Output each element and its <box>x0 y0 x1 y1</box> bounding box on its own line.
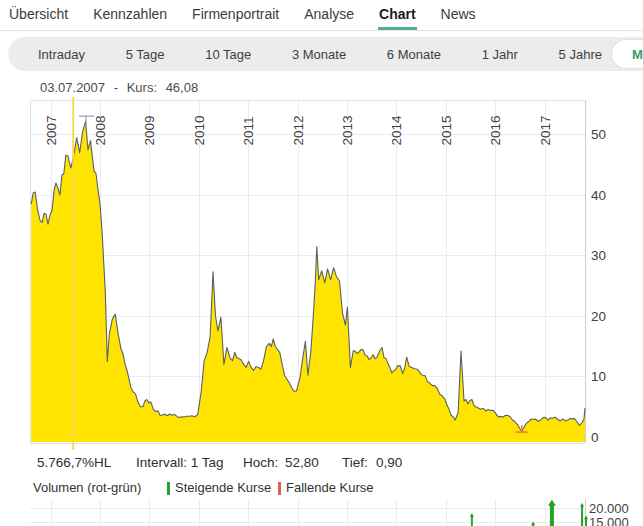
crosshair-readout: 03.07.2007 - Kurs: 46,08 <box>40 80 203 95</box>
price-tick-label: 20 <box>591 309 606 324</box>
price-tick-label: 40 <box>591 188 606 203</box>
top-navigation: ÜbersichtKennzahlenFirmenportraitAnalyse… <box>0 0 643 31</box>
nav-tab-analyse[interactable]: Analyse <box>303 0 355 30</box>
year-tick-label: 2014 <box>389 115 404 146</box>
stat-low-label: Tief: <box>342 455 368 470</box>
price-tick-label: 10 <box>591 369 606 384</box>
nav-tab-firmenportrait[interactable]: Firmenportrait <box>191 0 280 30</box>
stat-high-label: Hoch: <box>243 455 278 470</box>
readout-kurs-label: Kurs: <box>127 80 157 95</box>
volume-legend-down: Fallende Kurse <box>286 480 373 495</box>
year-tick-label: 2013 <box>340 115 355 145</box>
year-tick-label: 2015 <box>439 115 454 145</box>
price-area <box>31 121 585 442</box>
volume-legend-title: Volumen (rot-grün) <box>33 480 141 495</box>
year-tick-label: 2011 <box>241 116 256 145</box>
volume-tick-label: 20.000 <box>589 501 629 516</box>
year-tick-label: 2008 <box>93 115 108 145</box>
nav-tab-bersicht[interactable]: Übersicht <box>8 0 69 30</box>
falling-volume-bar-icon <box>278 482 281 495</box>
price-tick-label: 50 <box>591 127 606 142</box>
page: { "nav": { "items": [ {"label": "Übersic… <box>0 0 643 526</box>
year-tick-label: 2009 <box>142 115 157 145</box>
volume-bar <box>581 505 583 526</box>
year-tick-label: 2017 <box>538 115 553 145</box>
readout-separator: - <box>114 80 118 95</box>
range-button-1-jahr[interactable]: 1 Jahr <box>482 47 518 62</box>
year-tick-label: 2010 <box>192 115 207 145</box>
price-tick-label: 0 <box>591 430 599 445</box>
nav-tab-news[interactable]: News <box>440 0 477 30</box>
range-button-max[interactable]: Max <box>612 40 643 68</box>
volume-bar-tip <box>548 500 556 506</box>
volume-bar-tip <box>470 513 474 517</box>
readout-kurs-value: 46,08 <box>166 80 199 95</box>
nav-tab-kennzahlen[interactable]: Kennzahlen <box>92 0 168 30</box>
stat-low-value: 0,90 <box>376 455 402 470</box>
stat-hl-percent: 5.766,7%HL <box>37 455 111 470</box>
stat-interval: Intervall: 1 Tag <box>136 455 224 470</box>
range-button-intraday[interactable]: Intraday <box>38 47 85 62</box>
readout-date: 03.07.2007 <box>40 80 105 95</box>
range-button-3-monate[interactable]: 3 Monate <box>292 47 346 62</box>
rising-volume-bar-icon <box>167 482 170 495</box>
stat-high-value: 52,80 <box>285 455 319 470</box>
volume-bar-tip <box>580 503 584 507</box>
range-button-5-jahre[interactable]: 5 Jahre <box>559 47 602 62</box>
time-range-bar: Intraday5 Tage10 Tage3 Monate6 Monate1 J… <box>8 37 643 71</box>
volume-bar <box>550 504 554 526</box>
year-tick-label: 2016 <box>488 115 503 145</box>
price-and-volume-chart[interactable]: 2007200820092010201120122013201420152016… <box>0 0 643 526</box>
range-button-6-monate[interactable]: 6 Monate <box>387 47 441 62</box>
price-tick-label: 30 <box>591 248 606 263</box>
volume-legend-up: Steigende Kurse <box>175 480 271 495</box>
nav-tab-chart[interactable]: Chart <box>378 0 417 30</box>
range-button-5-tage[interactable]: 5 Tage <box>126 47 165 62</box>
year-tick-label: 2007 <box>44 115 59 145</box>
volume-tick-label: 15.000 <box>589 515 629 526</box>
range-button-10-tage[interactable]: 10 Tage <box>205 47 251 62</box>
year-tick-label: 2012 <box>291 115 306 145</box>
